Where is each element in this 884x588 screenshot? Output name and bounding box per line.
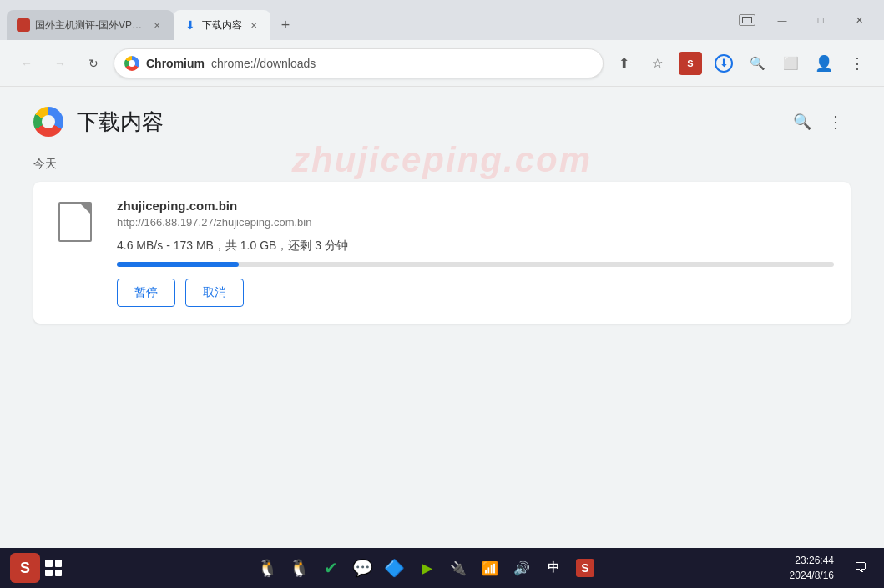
- page-title: 下载内容: [77, 108, 164, 137]
- page-header: 下载内容 🔍 ⋮: [33, 107, 851, 137]
- tab-active[interactable]: ⬇ 下载内容 ✕: [174, 10, 270, 40]
- page-more-icon: ⋮: [827, 112, 844, 132]
- progress-bar-container: [117, 262, 834, 267]
- download-url: http://166.88.197.27/zhujiceping.com.bin: [117, 216, 834, 229]
- extension-s-icon: S: [679, 52, 702, 75]
- download-info: zhujiceping.com.bin http://166.88.197.27…: [117, 199, 834, 307]
- more-menu-button[interactable]: ⋮: [844, 50, 871, 77]
- tab-label-inactive: 国外主机测评-国外VPS、: [35, 18, 145, 33]
- tab-close-active[interactable]: ✕: [247, 18, 260, 32]
- downloads-section: zhujiceping.com 今天 zhujiceping.com.bin h…: [33, 157, 851, 324]
- file-icon: [58, 202, 92, 242]
- share-icon: ⬆: [619, 55, 629, 71]
- download-filename: zhujiceping.com.bin: [117, 199, 834, 213]
- download-progress-button[interactable]: ⬇: [710, 50, 737, 77]
- taskbar-check[interactable]: ✔: [318, 555, 345, 581]
- extension-button[interactable]: S: [677, 50, 704, 77]
- section-today-label: 今天: [33, 157, 851, 172]
- taskbar-penguin2[interactable]: 🐧: [286, 555, 313, 581]
- reader-icon: ⬜: [783, 56, 799, 71]
- tab-label-active: 下载内容: [202, 18, 242, 33]
- tray-area: 23:26:44 2024/8/16 🗨: [783, 553, 874, 583]
- taskbar-nvidia[interactable]: ▶: [413, 555, 440, 581]
- window-controls: — □ ✕: [739, 0, 884, 40]
- file-icon-area: [33, 199, 117, 242]
- tab-close-inactive[interactable]: ✕: [150, 18, 164, 32]
- address-bar[interactable]: Chromium chrome://downloads: [114, 48, 604, 78]
- bookmark-button[interactable]: ☆: [644, 50, 670, 77]
- page-title-group: 下载内容: [33, 107, 164, 137]
- taskbar: S 🐧 🐧 ✔ 💬 🔷 ▶ 🔌 📶 🔊: [0, 548, 884, 588]
- tab-group: 国外主机测评-国外VPS、 ✕ ⬇ 下载内容 ✕ +: [0, 0, 297, 40]
- forward-button[interactable]: →: [47, 50, 73, 77]
- minimize-button[interactable]: —: [764, 7, 801, 33]
- search-button[interactable]: 🔍: [744, 50, 770, 77]
- search-icon: 🔍: [750, 56, 765, 71]
- taskbar-wifi[interactable]: 📶: [477, 555, 503, 581]
- taskbar-left: S: [10, 553, 63, 583]
- clock[interactable]: 23:26:44 2024/8/16: [783, 553, 841, 583]
- page-search-icon: 🔍: [793, 113, 811, 131]
- taskbar-ime[interactable]: 中: [540, 555, 567, 581]
- window-expand-icon: [739, 14, 755, 26]
- nav-bar: ← → ↻ Chromium chrome://downloads ⬆ ☆ S …: [0, 40, 884, 87]
- taskbar-battery[interactable]: 🔌: [445, 555, 472, 581]
- address-url: chrome://downloads: [211, 57, 316, 70]
- profile-button[interactable]: 👤: [811, 50, 837, 77]
- page-search-button[interactable]: 🔍: [787, 107, 817, 137]
- address-brand: Chromium: [146, 57, 205, 70]
- notification-icon: 🗨: [854, 560, 867, 575]
- page-more-button[interactable]: ⋮: [821, 107, 851, 137]
- reader-mode-button[interactable]: ⬜: [777, 50, 804, 77]
- download-actions: 暂停 取消: [117, 279, 834, 307]
- tab-favicon-active: ⬇: [184, 18, 197, 32]
- pause-button[interactable]: 暂停: [117, 279, 175, 307]
- more-icon: ⋮: [850, 54, 866, 73]
- taskbar-ime-label: 中: [548, 560, 559, 575]
- tab-inactive[interactable]: 国外主机测评-国外VPS、 ✕: [7, 10, 174, 40]
- maximize-button[interactable]: □: [802, 7, 839, 33]
- taskbar-volume[interactable]: 🔊: [508, 555, 535, 581]
- page-header-icons: 🔍 ⋮: [787, 107, 851, 137]
- share-button[interactable]: ⬆: [610, 50, 637, 77]
- page-content: 下载内容 🔍 ⋮ zhujiceping.com 今天 zhujiceping.…: [0, 87, 884, 548]
- chromium-logo-icon: [124, 56, 139, 71]
- title-bar: 国外主机测评-国外VPS、 ✕ ⬇ 下载内容 ✕ + — □ ✕: [0, 0, 884, 40]
- taskbar-grid-icon[interactable]: [43, 558, 63, 578]
- download-progress-icon: ⬇: [715, 54, 733, 73]
- cancel-button[interactable]: 取消: [185, 279, 244, 307]
- profile-icon: 👤: [815, 54, 833, 73]
- tab-favicon-inactive: [17, 18, 30, 32]
- notification-button[interactable]: 🗨: [847, 555, 874, 581]
- taskbar-sogou[interactable]: S: [572, 555, 599, 581]
- downloads-page-icon: [33, 107, 63, 137]
- new-tab-button[interactable]: +: [274, 13, 297, 37]
- time-display: 23:26:44: [790, 553, 834, 568]
- taskbar-wechat[interactable]: 💬: [350, 555, 376, 581]
- download-status: 4.6 MB/s - 173 MB，共 1.0 GB，还剩 3 分钟: [117, 239, 834, 254]
- taskbar-bluetooth[interactable]: 🔷: [381, 555, 408, 581]
- taskbar-icons: 🐧 🐧 ✔ 💬 🔷 ▶ 🔌 📶 🔊 中 S: [75, 555, 778, 581]
- close-button[interactable]: ✕: [841, 7, 877, 33]
- download-tab-icon: ⬇: [185, 18, 195, 32]
- star-icon: ☆: [652, 56, 663, 71]
- reload-button[interactable]: ↻: [80, 50, 107, 77]
- taskbar-s-icon[interactable]: S: [10, 553, 40, 583]
- taskbar-penguin1[interactable]: 🐧: [255, 555, 281, 581]
- date-display: 2024/8/16: [790, 568, 834, 583]
- progress-bar-fill: [117, 262, 239, 267]
- download-card: zhujiceping.com.bin http://166.88.197.27…: [33, 182, 851, 324]
- back-button[interactable]: ←: [13, 50, 40, 77]
